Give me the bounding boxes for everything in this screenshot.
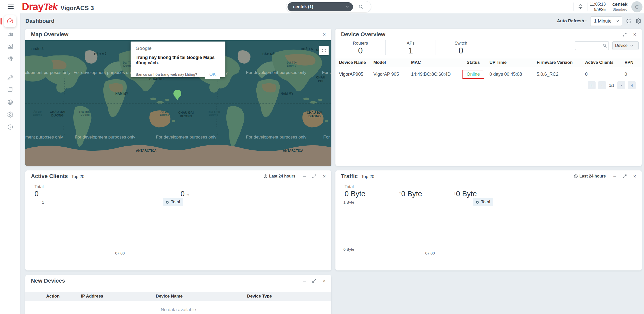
upload-arrow-icon: ↑ [399, 191, 401, 195]
prev-page-button[interactable]: ‹ [598, 81, 606, 89]
sidebar-item-network[interactable] [4, 96, 16, 108]
stat-label: Routers [335, 41, 385, 46]
world-map[interactable]: CHÂU Á BẮC MỸ CHÂU ÂU Đại Tây Dương CHÂU… [25, 40, 331, 166]
cell-model: VigorAP 905 [373, 72, 411, 77]
map-watermark: For development purposes only [246, 70, 306, 75]
close-button[interactable]: × [633, 32, 636, 37]
topbar: DrayTek VigorACS 3 centek (1) 11:05:13 9… [0, 0, 644, 13]
expand-button[interactable] [623, 33, 627, 36]
col-action: Action [46, 294, 60, 299]
minimize-button[interactable]: – [303, 174, 306, 179]
network-search: centek (1) [286, 1, 371, 12]
close-button[interactable]: × [633, 174, 636, 179]
col-vpn: VPN [624, 60, 642, 65]
sidebar [0, 13, 21, 314]
panel-title: Traffic [341, 173, 358, 180]
device-search-input[interactable] [575, 44, 603, 48]
sidebar-item-maintenance[interactable] [4, 71, 16, 83]
map-watermark: For development purposes only [75, 135, 135, 140]
map-watermark: For development purposes only [25, 70, 70, 75]
next-page-button[interactable]: › [617, 81, 625, 89]
total-label: Total [34, 184, 44, 189]
search-icon[interactable] [359, 4, 364, 9]
avatar[interactable]: C [631, 1, 642, 12]
sidebar-item-dashboard[interactable] [4, 15, 16, 27]
expand-button[interactable] [312, 174, 316, 178]
device-filter-select[interactable]: Device [612, 41, 639, 50]
close-button[interactable]: × [323, 174, 326, 179]
legend-total[interactable]: Total [473, 198, 493, 206]
time-range: Last 24 hours [574, 174, 606, 179]
dialog-ok-button[interactable]: OK [205, 70, 220, 79]
chart-gridline [120, 202, 120, 249]
stat-value: 0 [436, 46, 486, 55]
page-indicator: 1/1 [609, 83, 614, 87]
minimize-button[interactable]: – [613, 32, 616, 37]
sidebar-item-monitoring[interactable] [4, 40, 16, 52]
cell-active-clients: 0 [585, 72, 624, 77]
col-active-clients: Active Clients [585, 60, 624, 65]
download-value: ↓0 Byte [454, 190, 477, 198]
legend-total[interactable]: Total [163, 198, 183, 206]
expand-button[interactable] [623, 174, 627, 178]
search-icon[interactable] [603, 44, 607, 48]
google-logo: Google [136, 46, 220, 51]
clock-icon [263, 174, 267, 178]
sidebar-item-system-settings[interactable] [4, 108, 16, 121]
device-name-link[interactable]: VigorAP905 [339, 72, 363, 77]
new-devices-panel: New Devices – × Action IP Address Device… [25, 275, 331, 314]
minimize-button[interactable]: – [613, 174, 616, 179]
chevron-down-icon [616, 20, 619, 22]
active-clients-chart: Total [47, 202, 193, 249]
clock: 11:05:13 9/9/25 [587, 2, 609, 12]
map-label: Ấn Độ Dương [160, 110, 169, 116]
device-table-row: VigorAP905 VigorAP 905 14:49:BC:8C:60:4D… [335, 67, 642, 81]
active-clients-panel: Active Clients - Top 20 Last 24 hours – … [25, 170, 331, 270]
auto-refresh-select[interactable]: 1 Minute [590, 16, 622, 26]
map-label: ANTARCTICA [136, 149, 156, 152]
map-watermark: For development purposes only [246, 135, 306, 140]
col-model: Model [373, 60, 411, 65]
map-fullscreen-button[interactable] [319, 46, 329, 55]
menu-toggle-icon[interactable] [8, 5, 14, 9]
product-name: VigorACS 3 [60, 5, 94, 12]
sidebar-item-configuration[interactable] [4, 52, 16, 65]
map-watermark: For development purposes only [322, 70, 331, 75]
map-label: CHÂU Á [31, 47, 44, 51]
status-badge: Online [467, 72, 480, 77]
last-page-button[interactable]: ›| [628, 81, 636, 89]
chevron-down-icon [345, 6, 349, 8]
panel-title: Device Overview [341, 31, 385, 38]
stat-routers: Routers 0 [335, 40, 386, 55]
info-icon [7, 124, 14, 130]
expand-icon [623, 33, 627, 36]
panel-subtitle: - Top 20 [359, 173, 374, 179]
expand-icon [312, 279, 316, 283]
notifications-button[interactable] [574, 4, 587, 10]
sidebar-item-reports[interactable] [4, 84, 16, 96]
first-page-button[interactable]: |‹ [588, 81, 596, 89]
map-label: NAM MỸ [281, 92, 293, 95]
device-search-box [575, 41, 609, 50]
account-name: centek [611, 2, 629, 7]
close-button[interactable]: × [323, 32, 326, 37]
dashboard-grid: Map Overview × [25, 29, 642, 314]
col-device-type: Device Type [247, 294, 272, 299]
refresh-button[interactable] [626, 18, 632, 24]
minimize-button[interactable]: – [303, 278, 306, 283]
sidebar-item-about[interactable] [4, 121, 16, 133]
sidebar-item-statistics[interactable] [4, 28, 16, 40]
cell-vpn: 0 [624, 72, 642, 77]
logo-dray: Dray [22, 1, 43, 12]
close-button[interactable]: × [323, 278, 326, 283]
col-status: Status [457, 60, 490, 65]
expand-button[interactable] [312, 279, 316, 283]
dashboard-settings-button[interactable] [635, 18, 641, 24]
network-selector[interactable]: centek (1) [288, 2, 353, 11]
download-arrow-icon: ↓ [454, 191, 456, 195]
time-range-label: Last 24 hours [269, 174, 295, 179]
download-number: 0 Byte [456, 190, 477, 198]
dialog-message: Trang này không thể tải Google Maps đúng… [136, 55, 220, 66]
expand-icon [312, 174, 316, 178]
legend-marker-icon [476, 201, 479, 204]
